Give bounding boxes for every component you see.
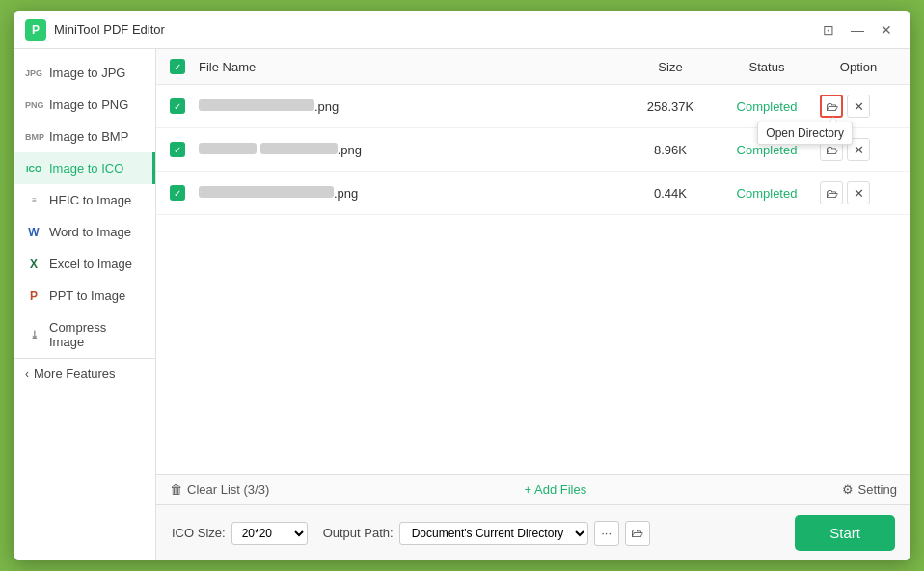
title-bar: P MiniTool PDF Editor ⊡ — ✕ [14, 11, 910, 49]
sidebar-item-image-to-jpg[interactable]: JPG Image to JPG [14, 57, 155, 89]
sidebar-label-image-to-ico: Image to ICO [49, 161, 123, 176]
sidebar-label-heic-to-image: HEIC to Image [49, 193, 131, 207]
setting-icon: ⚙ [842, 482, 854, 497]
sidebar-item-excel-to-image[interactable]: X Excel to Image [14, 248, 155, 280]
sidebar-label-compress-image: Compress Image [49, 320, 144, 349]
row2-filename: .png [199, 143, 627, 157]
row1-name-blur [199, 99, 314, 111]
ico-size-label: ICO Size: [172, 526, 226, 540]
row2-checkbox[interactable]: ✓ [170, 142, 185, 157]
restore-button[interactable]: ⊡ [816, 17, 841, 42]
open-directory-tooltip: Open Directory [757, 122, 853, 145]
row3-filename: .png [199, 186, 627, 201]
close-button[interactable]: ✕ [874, 17, 899, 42]
row1-checkbox[interactable]: ✓ [170, 98, 185, 114]
sidebar-label-ppt-to-image: PPT to Image [49, 288, 125, 303]
table-header: ✓ File Name Size Status Option [156, 49, 910, 85]
minimize-button[interactable]: — [845, 17, 870, 42]
row1-check: ✓ [170, 98, 199, 114]
window-controls: ⊡ — ✕ [816, 17, 899, 42]
row3-remove-button[interactable]: ✕ [847, 181, 870, 204]
row3-check: ✓ [170, 185, 199, 201]
start-button[interactable]: Start [795, 515, 895, 551]
clear-list-label: Clear List (3/3) [187, 482, 269, 497]
app-logo: P [25, 19, 46, 41]
table-row: ✓ .png 0.44K Completed 🗁 ✕ [156, 172, 910, 215]
setting-button[interactable]: ⚙ Setting [842, 482, 897, 497]
ico-icon: ICO [25, 164, 42, 174]
logo-text: P [32, 23, 40, 37]
header-status: Status [714, 60, 820, 74]
sidebar-label-image-to-jpg: Image to JPG [49, 66, 125, 80]
sidebar-item-compress-image[interactable]: ⤓ Compress Image [14, 312, 155, 358]
right-panel: ✓ File Name Size Status Option ✓ .png 25… [156, 49, 910, 560]
select-all-checkbox[interactable]: ✓ [170, 59, 185, 74]
footer-left: ICO Size: 20*20 16*16 24*24 32*32 48*48 … [172, 521, 775, 546]
row2-name-blur2 [260, 143, 338, 154]
row3-checkbox[interactable]: ✓ [170, 185, 185, 201]
sidebar-item-ppt-to-image[interactable]: P PPT to Image [14, 280, 155, 312]
row3-name-blur [199, 186, 334, 198]
row1-status-text: Completed [737, 99, 798, 114]
row2-size: 8.96K [627, 143, 714, 157]
output-more-button[interactable]: ··· [594, 521, 619, 546]
row1-open-dir-wrapper: 🗁 Open Directory [820, 95, 843, 118]
header-check: ✓ [170, 59, 199, 74]
bottom-action-bar: 🗑 Clear List (3/3) + Add Files ⚙ Setting [156, 474, 910, 504]
app-title: MiniTool PDF Editor [54, 22, 816, 37]
excel-icon: X [25, 258, 42, 271]
setting-label: Setting [858, 482, 897, 497]
header-option: Option [820, 60, 897, 74]
more-features-label: More Features [34, 367, 116, 381]
sidebar: JPG Image to JPG PNG Image to PNG BMP Im… [14, 49, 156, 560]
ico-size-select[interactable]: 20*20 16*16 24*24 32*32 48*48 64*64 128*… [231, 522, 308, 545]
table-row: ✓ .png 258.37K Completed 🗁 [156, 85, 910, 128]
sidebar-item-image-to-ico[interactable]: ICO Image to ICO [14, 152, 155, 184]
main-content: JPG Image to JPG PNG Image to PNG BMP Im… [14, 49, 910, 560]
clear-list-icon: 🗑 [170, 482, 182, 497]
chevron-left-icon: ‹ [25, 367, 29, 381]
sidebar-item-image-to-png[interactable]: PNG Image to PNG [14, 89, 155, 121]
sidebar-item-image-to-bmp[interactable]: BMP Image to BMP [14, 121, 155, 152]
output-path-select[interactable]: Document's Current Directory [399, 522, 588, 545]
header-size: Size [627, 60, 714, 74]
row1-open-directory-button[interactable]: 🗁 [820, 95, 843, 118]
row1-option: 🗁 Open Directory ✕ [820, 95, 897, 118]
output-path-label: Output Path: [323, 526, 394, 540]
heic-icon: ≡ [25, 196, 42, 204]
jpg-icon: JPG [25, 68, 42, 78]
sidebar-item-word-to-image[interactable]: W Word to Image [14, 216, 155, 248]
png-icon: PNG [25, 100, 42, 110]
clear-list-button[interactable]: 🗑 Clear List (3/3) [170, 482, 269, 497]
row1-ext: .png [314, 99, 339, 114]
more-features-item[interactable]: ‹ More Features [14, 358, 155, 389]
sidebar-label-word-to-image: Word to Image [49, 225, 131, 239]
folder-icon: 🗁 [631, 526, 643, 540]
output-path-row: Output Path: Document's Current Director… [323, 521, 650, 546]
row2-name-blur1 [199, 143, 257, 154]
row1-filename: .png [199, 99, 627, 114]
row3-option-btns: 🗁 ✕ [820, 181, 897, 204]
row2-check: ✓ [170, 142, 199, 157]
add-files-button[interactable]: + Add Files [525, 482, 587, 497]
row2-ext: .png [338, 143, 362, 157]
add-files-label: + Add Files [525, 482, 587, 497]
row3-open-directory-button[interactable]: 🗁 [820, 181, 843, 204]
header-filename: File Name [199, 60, 627, 74]
row1-remove-button[interactable]: ✕ [847, 95, 870, 118]
sidebar-label-image-to-bmp: Image to BMP [49, 129, 128, 144]
ppt-icon: P [25, 289, 42, 303]
start-label: Start [829, 525, 860, 541]
word-icon: W [25, 226, 42, 239]
sidebar-label-excel-to-image: Excel to Image [49, 257, 132, 271]
row3-status: Completed [714, 186, 820, 201]
row3-size: 0.44K [627, 186, 714, 201]
ellipsis-icon: ··· [601, 526, 611, 540]
row1-size: 258.37K [627, 99, 714, 114]
sidebar-item-heic-to-image[interactable]: ≡ HEIC to Image [14, 184, 155, 216]
footer: ICO Size: 20*20 16*16 24*24 32*32 48*48 … [156, 504, 910, 560]
ico-size-row: ICO Size: 20*20 16*16 24*24 32*32 48*48 … [172, 522, 308, 545]
sidebar-label-image-to-png: Image to PNG [49, 97, 128, 112]
output-folder-button[interactable]: 🗁 [625, 521, 650, 546]
compress-icon: ⤓ [25, 329, 42, 341]
